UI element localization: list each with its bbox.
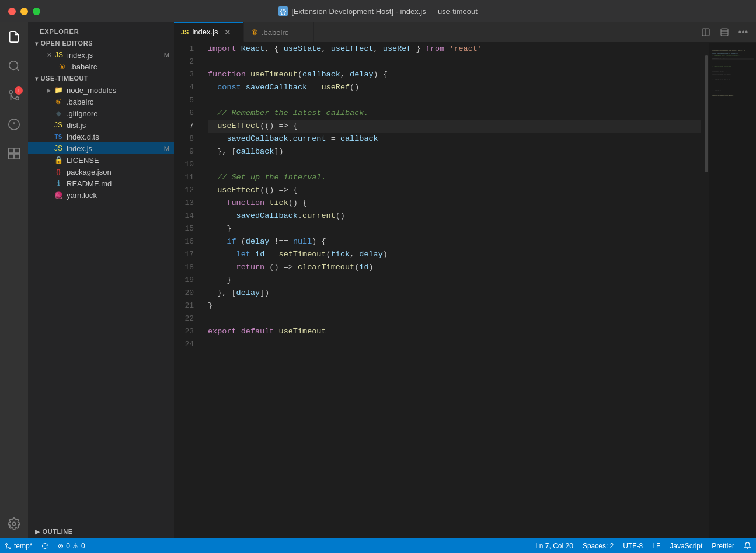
index-js-label: index.js xyxy=(67,144,92,153)
yarn-lock-file[interactable]: 🧶 yarn.lock xyxy=(28,189,174,201)
package-json-label: package.json xyxy=(67,168,112,176)
eol-status[interactable]: LF xyxy=(647,538,665,553)
code-line-4: const savedCallback = useRef() xyxy=(208,81,701,94)
code-line-9: }, [callback]) xyxy=(208,145,701,158)
dist-js-icon: JS xyxy=(54,120,63,130)
sync-icon xyxy=(41,542,48,549)
debug-activity-icon[interactable] xyxy=(4,114,24,134)
outline-section[interactable]: ▶ Outline xyxy=(28,524,174,538)
scrollbar-thumb[interactable] xyxy=(705,55,708,172)
svg-point-17 xyxy=(9,547,11,548)
tab-js-icon: JS xyxy=(181,29,189,36)
branch-label: temp* xyxy=(14,542,32,550)
window-controls[interactable] xyxy=(8,8,40,15)
code-line-2 xyxy=(208,55,701,68)
license-file[interactable]: 🔒 LICENSE xyxy=(28,154,174,166)
package-json-file[interactable]: {} package.json xyxy=(28,166,174,178)
status-bar: temp* ⊗ 0 ⚠ 0 Ln 7, Col 20 Spaces: 2 UTF… xyxy=(0,538,756,553)
dist-js-file[interactable]: JS dist.js xyxy=(28,119,174,131)
tab-babel-icon: ⑥ xyxy=(251,28,258,37)
index-js-tab[interactable]: JS index.js ✕ xyxy=(174,22,244,42)
open-editor-babelrc[interactable]: ⑥ .babelrc xyxy=(28,61,174,72)
errors-status[interactable]: ⊗ 0 ⚠ 0 xyxy=(53,538,89,553)
app-icon: {'} xyxy=(278,6,288,16)
code-line-23: export default useTimeout xyxy=(208,325,701,338)
line-numbers: 1 2 3 4 5 6 7 8 9 10 11 12 13 14 15 16 1… xyxy=(174,43,203,538)
position-status[interactable]: Ln 7, Col 20 xyxy=(531,538,578,553)
babelrc-file[interactable]: ⑥ .babelrc xyxy=(28,96,174,107)
more-actions-button[interactable]: ••• xyxy=(735,24,751,40)
code-line-11: // Set up the interval. xyxy=(208,171,701,184)
spaces-status[interactable]: Spaces: 2 xyxy=(578,538,618,553)
code-editor[interactable]: import React, { useState, useEffect, use… xyxy=(203,43,701,538)
license-label: LICENSE xyxy=(67,156,99,165)
index-js-modified: M xyxy=(164,145,169,152)
use-timeout-chevron: ▾ xyxy=(35,75,39,82)
formatter-status[interactable]: Prettier xyxy=(707,538,739,553)
code-line-20: }, [delay]) xyxy=(208,287,701,300)
sidebar: Explorer ▾ Open Editors ✕ JS index.js M … xyxy=(28,22,174,538)
svg-rect-10 xyxy=(15,154,19,159)
open-editors-chevron: ▾ xyxy=(35,40,39,47)
svg-point-18 xyxy=(6,543,8,545)
yarn-icon: 🧶 xyxy=(54,190,63,200)
activity-bar: 1 xyxy=(0,22,28,538)
open-editor-index-modified: M xyxy=(164,51,169,58)
license-icon: 🔒 xyxy=(54,155,63,165)
warnings-icon: ⚠ xyxy=(72,542,79,550)
use-timeout-section[interactable]: ▾ Use-Timeout xyxy=(28,72,174,84)
encoding-status[interactable]: UTF-8 xyxy=(618,538,647,553)
index-dts-file[interactable]: TS index.d.ts xyxy=(28,131,174,142)
readme-file[interactable]: ℹ README.md xyxy=(28,178,174,189)
branch-status[interactable]: temp* xyxy=(0,538,37,553)
git-badge: 1 xyxy=(15,86,23,95)
code-line-15: } xyxy=(208,222,701,235)
warnings-count: 0 xyxy=(81,542,85,550)
node-modules-folder[interactable]: ▶ 📁 node_modules xyxy=(28,84,174,96)
package-json-icon: {} xyxy=(54,167,63,176)
open-editor-babelrc-label: .babelrc xyxy=(70,62,97,71)
code-line-21: } xyxy=(208,300,701,312)
node-modules-label: node_modules xyxy=(67,86,116,95)
ts-icon: TS xyxy=(54,132,63,141)
tab-actions: ••• xyxy=(698,22,756,42)
readme-icon: ℹ xyxy=(54,179,63,188)
close-icon[interactable]: ✕ xyxy=(47,51,52,59)
language-label: JavaScript xyxy=(670,542,702,550)
open-editors-section[interactable]: ▾ Open Editors xyxy=(28,37,174,49)
close-button[interactable] xyxy=(8,8,16,15)
sync-status[interactable] xyxy=(37,538,53,553)
formatter-label: Prettier xyxy=(712,542,734,550)
editor-layout-button[interactable] xyxy=(716,24,733,40)
gitignore-label: .gitignore xyxy=(67,109,97,118)
bell-status[interactable] xyxy=(739,538,756,553)
open-editors-label: Open Editors xyxy=(41,40,93,47)
babelrc-tab[interactable]: ⑥ .babelrc xyxy=(244,22,314,42)
svg-point-2 xyxy=(16,97,19,100)
editor-content[interactable]: 1 2 3 4 5 6 7 8 9 10 11 12 13 14 15 16 1… xyxy=(174,43,756,538)
minimize-button[interactable] xyxy=(20,8,28,15)
code-line-17: let id = setTimeout(tick, delay) xyxy=(208,248,701,261)
svg-point-3 xyxy=(9,91,13,94)
svg-line-1 xyxy=(16,68,19,71)
files-activity-icon[interactable] xyxy=(4,27,24,47)
eol-label: LF xyxy=(652,542,660,550)
language-status[interactable]: JavaScript xyxy=(665,538,707,553)
extensions-activity-icon[interactable] xyxy=(4,144,24,164)
more-icon: ••• xyxy=(738,27,748,37)
maximize-button[interactable] xyxy=(33,8,40,15)
tab-close-icon[interactable]: ✕ xyxy=(224,27,231,37)
code-line-7: useEffect(() => { xyxy=(208,120,701,133)
git-activity-icon[interactable]: 1 xyxy=(4,85,24,105)
open-editor-index-js[interactable]: ✕ JS index.js M xyxy=(28,49,174,61)
code-line-16: if (delay !== null) { xyxy=(208,235,701,248)
code-line-5 xyxy=(208,94,701,107)
gitignore-file[interactable]: ◆ .gitignore xyxy=(28,107,174,119)
index-js-file[interactable]: JS index.js M xyxy=(28,142,174,154)
settings-activity-icon[interactable] xyxy=(4,514,24,534)
tab-bar: JS index.js ✕ ⑥ .babelrc xyxy=(174,22,756,43)
code-line-14: savedCallback.current() xyxy=(208,210,701,222)
split-editor-button[interactable] xyxy=(698,24,714,40)
search-activity-icon[interactable] xyxy=(4,56,24,76)
editor-scrollbar[interactable] xyxy=(701,43,709,538)
